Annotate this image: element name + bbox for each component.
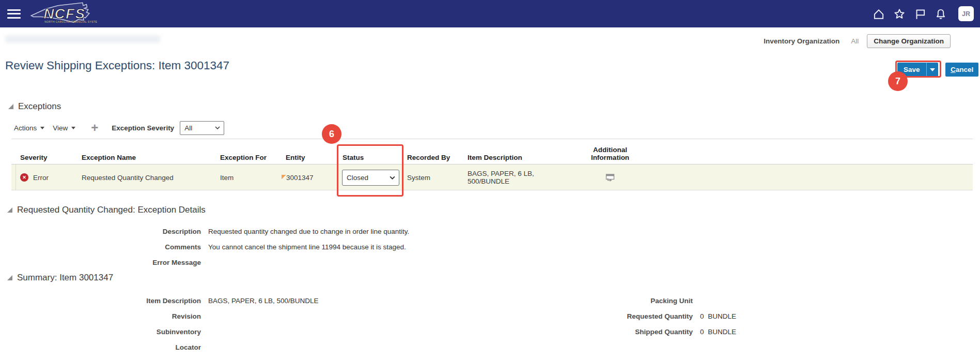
column-entity: Entity — [282, 154, 338, 165]
hamburger-menu-icon[interactable] — [7, 9, 21, 19]
changed-flag-icon — [282, 175, 286, 180]
exception-details-section-header: Requested Quantity Changed: Exception De… — [7, 205, 206, 215]
favorites-star-icon[interactable] — [889, 4, 910, 24]
column-severity: Severity — [16, 154, 77, 165]
summary-right-column: Packing Unit Requested Quantity 0 BUNDLE… — [491, 293, 852, 339]
exceptions-section-header: Exceptions — [8, 101, 61, 112]
description-field: Description Requested quantity changed d… — [0, 223, 517, 239]
inventory-organization-label: Inventory Organization — [764, 37, 839, 45]
cancel-button[interactable]: Cancel — [945, 63, 978, 77]
requested-quantity-field: Requested Quantity 0 BUNDLE — [491, 308, 852, 324]
error-message-label: Error Message — [0, 259, 201, 266]
revision-field: Revision — [0, 308, 517, 324]
exception-severity-select[interactable]: All — [180, 121, 224, 135]
column-additional-information: Additional Information — [583, 146, 637, 165]
flag-watchlist-icon[interactable] — [910, 4, 930, 24]
additional-information-icon[interactable] — [605, 174, 615, 182]
column-exception-name: Exception Name — [77, 154, 216, 165]
error-severity-icon — [20, 173, 28, 182]
entity-value: 3001347 — [286, 174, 314, 182]
summary-section-title: Summary: Item 3001347 — [17, 273, 113, 283]
item-description-value: BAGS, PAPER, 6 LB, 500/BUNDLE — [463, 170, 568, 185]
chevron-down-icon — [215, 126, 220, 129]
description-value: Requested quantity changed due to change… — [208, 228, 409, 235]
change-organization-button[interactable]: Change Organization — [867, 34, 951, 48]
exception-for-value: Item — [216, 174, 282, 182]
collapse-triangle-icon[interactable] — [8, 104, 13, 109]
notifications-bell-icon[interactable] — [930, 4, 951, 24]
status-select[interactable]: Closed — [342, 170, 399, 186]
chevron-down-icon — [390, 176, 395, 180]
chevron-down-icon — [930, 68, 935, 71]
top-navigation-bar: NCFS NORTH CAROLINA FINANCIAL SYSTEM JR — [0, 0, 980, 27]
context-bar: Inventory Organization All Change Organi… — [0, 27, 980, 50]
actions-menu[interactable]: Actions — [14, 124, 44, 132]
home-icon[interactable] — [868, 4, 889, 24]
exception-details-fields: Description Requested quantity changed d… — [0, 223, 517, 270]
shipped-quantity-field: Shipped Quantity 0 BUNDLE — [491, 324, 852, 339]
subinventory-field: Subinventory — [0, 324, 517, 339]
comments-field: Comments You cannot cancel the shipment … — [0, 239, 517, 255]
view-menu[interactable]: View — [53, 124, 75, 132]
column-exception-for: Exception For — [216, 154, 282, 165]
exception-table-row[interactable]: Error Requested Quantity Changed Item 30… — [11, 164, 973, 190]
column-status: Status — [338, 154, 403, 165]
save-dropdown-button[interactable] — [926, 63, 938, 77]
locator-field: Locator — [0, 339, 517, 355]
packing-unit-field: Packing Unit — [491, 293, 852, 308]
error-message-field: Error Message — [0, 255, 517, 270]
collapse-triangle-icon[interactable] — [7, 207, 12, 213]
exceptions-section-title: Exceptions — [18, 101, 61, 112]
comments-value: You cannot cancel the shipment line 1199… — [208, 243, 406, 251]
column-item-description: Item Description — [463, 154, 568, 165]
comments-label: Comments — [0, 243, 201, 251]
save-split-button[interactable]: Save — [897, 63, 938, 77]
summary-left-column: Item Description BAGS, PAPER, 6 LB, 500/… — [0, 293, 517, 355]
exceptions-toolbar: Actions View + Exception Severity All — [12, 121, 224, 135]
caret-down-icon — [40, 127, 44, 129]
logo-text: NCFS — [43, 5, 85, 21]
exception-name-value: Requested Quantity Changed — [77, 174, 216, 182]
recorded-by-value: System — [403, 174, 463, 182]
item-description-field: Item Description BAGS, PAPER, 6 LB, 500/… — [0, 293, 517, 308]
summary-section-header: Summary: Item 3001347 — [7, 273, 113, 283]
exceptions-table: Severity Exception Name Exception For En… — [11, 139, 973, 190]
exception-severity-label: Exception Severity — [112, 124, 174, 132]
caret-down-icon — [71, 127, 75, 129]
exception-details-section-title: Requested Quantity Changed: Exception De… — [17, 205, 206, 215]
save-button[interactable]: Save — [897, 63, 926, 77]
page-title: Review Shipping Exceptions: Item 3001347 — [5, 59, 229, 72]
column-recorded-by: Recorded By — [403, 154, 463, 165]
ncfs-logo[interactable]: NCFS NORTH CAROLINA FINANCIAL SYSTEM — [29, 1, 97, 27]
severity-value: Error — [33, 174, 49, 182]
logo-tagline: NORTH CAROLINA FINANCIAL SYSTEM — [44, 21, 97, 23]
add-row-icon[interactable]: + — [91, 123, 98, 133]
collapse-triangle-icon[interactable] — [7, 275, 12, 280]
exceptions-table-header: Severity Exception Name Exception For En… — [11, 139, 973, 164]
description-label: Description — [0, 228, 201, 235]
user-avatar[interactable]: JR — [958, 6, 974, 21]
review-shipping-exceptions-page: NCFS NORTH CAROLINA FINANCIAL SYSTEM JR — [0, 0, 980, 359]
redacted-breadcrumb — [5, 35, 160, 43]
inventory-organization-value: All — [851, 37, 859, 45]
